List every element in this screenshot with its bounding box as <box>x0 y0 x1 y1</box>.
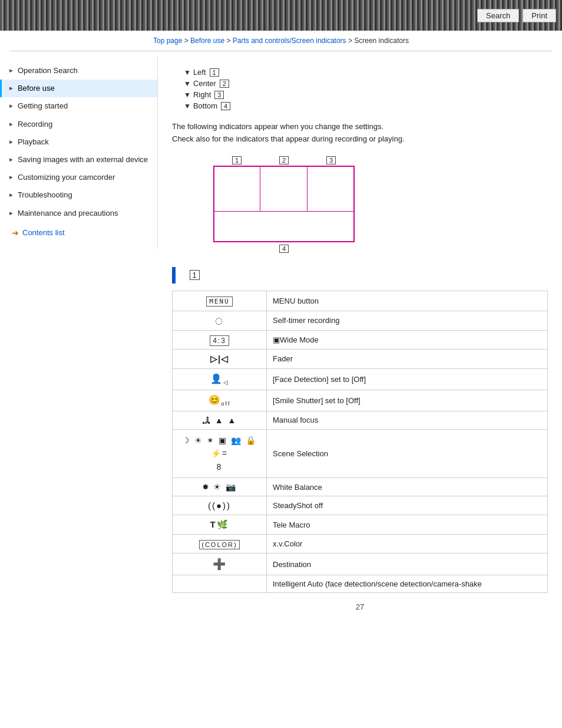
breadcrumb-top-page[interactable]: Top page <box>153 37 182 45</box>
table-row: ◌ Self-timer recording <box>173 311 548 330</box>
sidebar-item-operation-search[interactable]: ► Operation Search <box>0 62 157 80</box>
arrow-icon: ► <box>8 209 14 218</box>
arrow-icon: ► <box>8 84 14 93</box>
symbol-cell: T🌿 <box>173 515 267 535</box>
description-cell: MENU button <box>267 291 548 311</box>
table-row: MENU MENU button <box>173 291 548 311</box>
content-area: ▼ Left 1 ▼ Center 2 ▼ Right 3 ▼ Bottom 4 <box>158 56 562 629</box>
section-title-spacer <box>181 268 185 282</box>
description-cell: [Smile Shutter] set to [Off] <box>267 390 548 411</box>
symbol-cell: ◌ <box>173 311 267 330</box>
symbol-cell <box>173 575 267 593</box>
table-row: ((●)) SteadyShot off <box>173 496 548 515</box>
menu-button-symbol: MENU <box>206 297 233 307</box>
description-text: The following indicators appear when you… <box>172 121 548 146</box>
header-bar: Search Print <box>0 0 562 31</box>
divider <box>9 51 553 51</box>
diagram-bottom-label: 4 <box>279 245 289 253</box>
indicators-table: MENU MENU button ◌ Self-timer recording … <box>172 291 548 594</box>
description-cell: [Face Detection] set to [Off] <box>267 368 548 390</box>
arrow-icon: ► <box>8 156 14 164</box>
contents-list-label: Contents list <box>22 228 65 237</box>
symbol-cell: ➕ <box>173 554 267 575</box>
table-row: 😊off [Smile Shutter] set to [Off] <box>173 390 548 411</box>
symbol-cell: MENU <box>173 291 267 311</box>
indicator-positions-list: ▼ Left 1 ▼ Center 2 ▼ Right 3 ▼ Bottom 4 <box>184 68 548 110</box>
triangle-icon: ▼ <box>184 91 191 99</box>
diagram-label-2: 2 <box>279 156 289 164</box>
description-cell: White Balance <box>267 478 548 496</box>
arrow-icon: ► <box>8 67 14 75</box>
screen-diagram: 1 2 3 4 <box>196 156 372 253</box>
description-cell: Intelligent Auto (face detection/scene d… <box>267 575 548 593</box>
description-cell: Destination <box>267 554 548 575</box>
symbol-cell: 👤◁ <box>173 368 267 390</box>
contents-arrow-icon: ➜ <box>12 228 19 238</box>
sidebar-item-troubleshooting[interactable]: ► Troubleshooting <box>0 186 157 204</box>
symbol-cell: 4:3 <box>173 330 267 349</box>
arrow-icon: ► <box>8 173 14 182</box>
section-heading: 1 <box>172 267 548 284</box>
indicator-left: ▼ Left 1 <box>184 68 548 77</box>
description-cell: ▣Wide Mode <box>267 330 548 349</box>
triangle-icon: ▼ <box>184 68 191 77</box>
contents-list-link[interactable]: ➜ Contents list <box>0 222 157 243</box>
arrow-icon: ► <box>8 138 14 146</box>
diagram-top-labels: 1 2 3 <box>213 156 355 164</box>
sidebar-item-recording[interactable]: ► Recording <box>0 116 157 133</box>
print-button[interactable]: Print <box>523 9 556 22</box>
diagram-bottom-row <box>214 211 353 241</box>
table-row: ☽ ☀ ✶ ▣ 👥 🔒 ⚡=8 Scene Selection <box>173 429 548 477</box>
table-row: ✸ ☀ 📷 White Balance <box>173 478 548 496</box>
diagram-label-3: 3 <box>326 156 336 164</box>
description-cell: x.v.Color <box>267 535 548 554</box>
breadcrumb-before-use[interactable]: Before use <box>190 37 224 45</box>
sidebar-item-maintenance[interactable]: ► Maintenance and precautions <box>0 205 157 222</box>
symbol-cell: ☽ ☀ ✶ ▣ 👥 🔒 ⚡=8 <box>173 429 267 477</box>
breadcrumb: Top page > Before use > Parts and contro… <box>0 31 562 51</box>
main-layout: ► Operation Search ► Before use ► Gettin… <box>0 56 562 629</box>
description-cell: SteadyShot off <box>267 496 548 515</box>
triangle-icon: ▼ <box>184 80 191 88</box>
symbol-cell: 😊off <box>173 390 267 411</box>
indicator-center: ▼ Center 2 <box>184 79 548 88</box>
indicator-right: ▼ Right 3 <box>184 90 548 99</box>
arrow-icon: ► <box>8 102 14 110</box>
table-row: 👤◁ [Face Detection] set to [Off] <box>173 368 548 390</box>
table-row: (COLOR) x.v.Color <box>173 535 548 554</box>
table-row: T🌿 Tele Macro <box>173 515 548 535</box>
symbol-cell: ✸ ☀ 📷 <box>173 478 267 496</box>
sidebar-item-getting-started[interactable]: ► Getting started <box>0 97 157 115</box>
search-button[interactable]: Search <box>477 9 519 22</box>
symbol-cell: ▷|◁ <box>173 349 267 368</box>
diagram-col1 <box>214 167 260 212</box>
symbol-cell: ((●)) <box>173 496 267 515</box>
diagram-screen <box>213 166 355 242</box>
blue-bar-icon <box>172 267 176 284</box>
description-cell: Scene Selection <box>267 429 548 477</box>
description-cell: Self-timer recording <box>267 311 548 330</box>
table-row: ➕ Destination <box>173 554 548 575</box>
diagram-label-1: 1 <box>232 156 242 164</box>
table-row: 4:3 ▣Wide Mode <box>173 330 548 349</box>
table-row: Intelligent Auto (face detection/scene d… <box>173 575 548 593</box>
arrow-icon: ► <box>8 191 14 199</box>
symbol-cell: (COLOR) <box>173 535 267 554</box>
table-row: 🏞 ▲ ▲ Manual focus <box>173 411 548 429</box>
sidebar-item-customizing[interactable]: ► Customizing your camcorder <box>0 169 157 186</box>
arrow-icon: ► <box>8 120 14 129</box>
section-number-box: 1 <box>190 270 200 280</box>
diagram-col2 <box>260 167 308 212</box>
indicator-bottom: ▼ Bottom 4 <box>184 101 548 110</box>
sidebar-item-saving-images[interactable]: ► Saving images with an external device <box>0 151 157 169</box>
description-cell: Fader <box>267 349 548 368</box>
sidebar-item-playback[interactable]: ► Playback <box>0 133 157 151</box>
diagram-label-4: 4 <box>279 245 289 253</box>
sidebar: ► Operation Search ► Before use ► Gettin… <box>0 56 158 249</box>
breadcrumb-parts-controls[interactable]: Parts and controls/Screen indicators <box>233 37 346 45</box>
description-cell: Manual focus <box>267 411 548 429</box>
breadcrumb-current: Screen indicators <box>354 37 409 45</box>
triangle-icon: ▼ <box>184 102 191 110</box>
table-row: ▷|◁ Fader <box>173 349 548 368</box>
sidebar-item-before-use[interactable]: ► Before use <box>0 80 157 97</box>
